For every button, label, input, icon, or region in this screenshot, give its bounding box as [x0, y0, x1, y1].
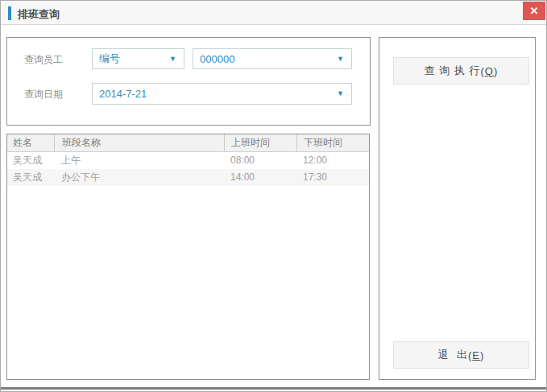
paren: ) [480, 349, 484, 361]
query-execute-button[interactable]: 查 询 执 行(Q) [393, 57, 529, 85]
table-row[interactable]: 吴天成 上午 08:00 12:00 [7, 152, 369, 169]
column-header-start-time: 上班时间 [224, 134, 296, 151]
query-date-value: 2014-7-21 [99, 88, 147, 100]
exit-button[interactable]: 退 出(E) [393, 341, 529, 369]
table-row[interactable]: 吴天成 办公下午 14:00 17:30 [7, 169, 369, 186]
paren: ) [494, 65, 498, 77]
query-form-panel: 查询员工 编号 ▼ 000000 ▼ 查询日期 2014-7-21 ▼ [6, 37, 371, 126]
cell-shift-name: 上午 [54, 152, 224, 169]
close-icon: ✕ [530, 6, 539, 16]
window-bottom-edge [1, 387, 546, 390]
title-accent-bar [8, 6, 11, 20]
cell-name: 吴天成 [7, 152, 54, 169]
query-date-dropdown[interactable]: 2014-7-21 ▼ [92, 83, 352, 105]
date-label: 查询日期 [24, 88, 63, 101]
window-title: 排班查询 [18, 7, 60, 22]
exit-mnemonic: E [472, 349, 480, 361]
exit-label: 退 出 [438, 348, 468, 362]
schedule-query-window: 排班查询 ✕ 查询员工 编号 ▼ 000000 ▼ 查询日期 2014-7-21… [0, 0, 547, 392]
dropdown-arrow-icon: ▼ [169, 56, 176, 63]
query-execute-label: 查 询 执 行 [425, 64, 481, 78]
title-bar: 排班查询 ✕ [1, 1, 546, 25]
employee-number-dropdown[interactable]: 000000 ▼ [193, 48, 352, 69]
column-header-name: 姓名 [7, 134, 54, 151]
cell-end-time: 17:30 [296, 169, 369, 186]
cell-name: 吴天成 [7, 169, 54, 186]
column-header-end-time: 下班时间 [296, 134, 369, 151]
column-header-shift-name: 班段名称 [54, 134, 224, 151]
query-mnemonic: Q [485, 65, 494, 77]
cell-end-time: 12:00 [296, 152, 369, 169]
employee-type-dropdown[interactable]: 编号 ▼ [92, 48, 184, 69]
dropdown-arrow-icon: ▼ [337, 90, 344, 97]
employee-label: 查询员工 [24, 53, 63, 67]
cell-start-time: 08:00 [224, 152, 296, 169]
employee-number-value: 000000 [200, 53, 234, 65]
results-table: 姓名 班段名称 上班时间 下班时间 吴天成 上午 08:00 12:00 吴天成… [6, 134, 370, 380]
employee-type-value: 编号 [99, 52, 120, 66]
dropdown-arrow-icon: ▼ [337, 56, 344, 63]
table-header-row: 姓名 班段名称 上班时间 下班时间 [7, 134, 369, 152]
cell-shift-name: 办公下午 [54, 169, 224, 186]
action-panel: 查 询 执 行(Q) 退 出(E) [379, 37, 536, 380]
cell-start-time: 14:00 [224, 169, 296, 186]
close-button[interactable]: ✕ [523, 2, 545, 20]
